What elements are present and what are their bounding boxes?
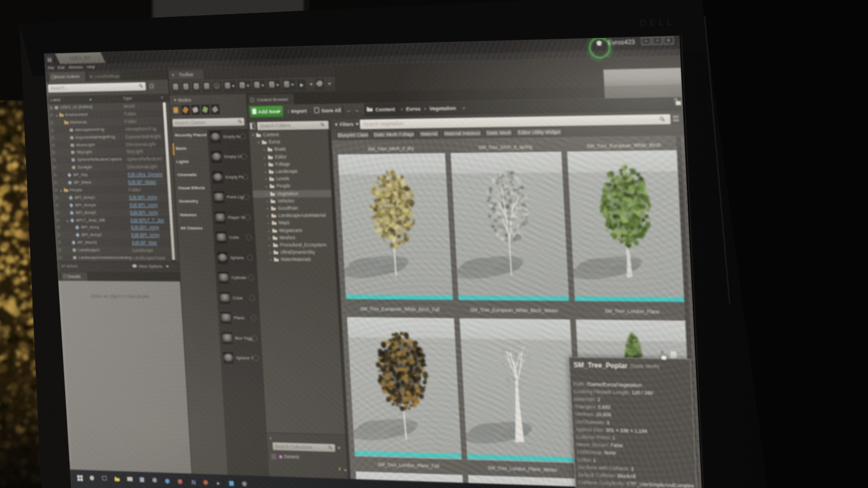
svg-text:DELL: DELL: [640, 17, 675, 28]
